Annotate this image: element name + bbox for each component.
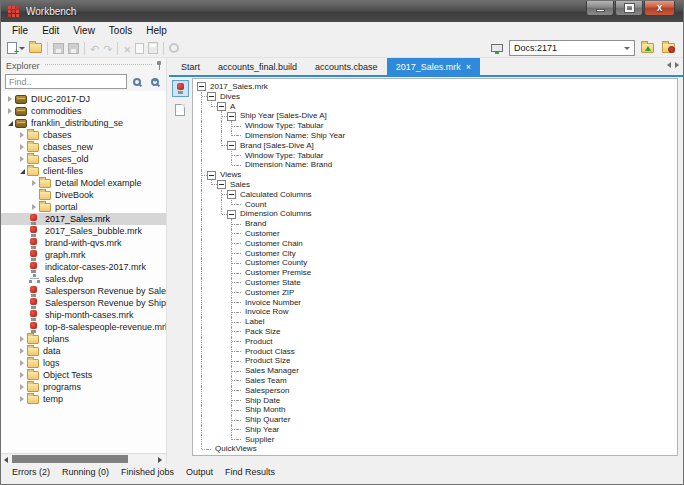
menu-item-edit[interactable]: Edit: [35, 24, 66, 37]
tree-row[interactable]: Customer: [197, 229, 677, 239]
tree-row[interactable]: Brand [Sales-Dive A]: [197, 141, 677, 151]
titlebar[interactable]: Workbench x: [1, 1, 683, 22]
tree-row[interactable]: Salesperson: [197, 386, 677, 396]
status-tab-errors-2-[interactable]: Errors (2): [6, 466, 56, 478]
tree-row[interactable]: Dimension Name: Brand: [197, 160, 677, 170]
tree-row[interactable]: Views: [197, 170, 677, 180]
tree-row[interactable]: Product: [197, 337, 677, 347]
collapse-box-icon[interactable]: [217, 180, 226, 189]
tree-row[interactable]: Dimension Name: Ship Year: [197, 131, 677, 141]
tree-row[interactable]: Dimension Columns: [197, 209, 677, 219]
undo-button[interactable]: [88, 40, 101, 57]
explorer-item[interactable]: client-files: [1, 165, 166, 177]
status-tab-running-0-[interactable]: Running (0): [56, 466, 115, 478]
explorer-item[interactable]: cbases: [1, 129, 166, 141]
expand-collapsed-icon[interactable]: [17, 360, 27, 366]
tree-row[interactable]: Window Type: Tabular: [197, 121, 677, 131]
explorer-item[interactable]: commodities: [1, 105, 166, 117]
explorer-item[interactable]: Object Tests: [1, 369, 166, 381]
tree-row[interactable]: A: [197, 102, 677, 112]
explorer-hscrollbar[interactable]: [1, 453, 166, 464]
tree-row[interactable]: Calculated Columns: [197, 190, 677, 200]
tree-row[interactable]: Customer ZIP: [197, 288, 677, 298]
collapse-box-icon[interactable]: [207, 92, 216, 101]
tab-start[interactable]: Start: [172, 58, 209, 75]
scrollbar-thumb[interactable]: [12, 455, 128, 463]
maximize-button[interactable]: [615, 1, 643, 16]
explorer-item[interactable]: top-8-salespeople-revenue.mrk: [1, 321, 166, 333]
expand-collapsed-icon[interactable]: [5, 108, 15, 114]
explorer-item[interactable]: Salesperson Revenue by Sales Man: [1, 285, 166, 297]
tree-row[interactable]: Dives: [197, 92, 677, 102]
explorer-item[interactable]: Salesperson Revenue by Ship Mon: [1, 297, 166, 309]
refresh-button[interactable]: [167, 40, 181, 57]
minimize-button[interactable]: [586, 1, 614, 16]
save-button[interactable]: [51, 40, 66, 57]
scroll-right-icon[interactable]: [156, 456, 164, 464]
tab-scroll-left-icon[interactable]: [667, 62, 671, 68]
tab-close-icon[interactable]: ×: [466, 62, 471, 72]
explorer-item[interactable]: logs: [1, 357, 166, 369]
search-plus-button[interactable]: [147, 74, 163, 89]
tree-row[interactable]: Product Size: [197, 356, 677, 366]
explorer-item[interactable]: brand-with-qvs.mrk: [1, 237, 166, 249]
tree-row[interactable]: Ship Month: [197, 405, 677, 415]
collapse-box-icon[interactable]: [227, 141, 236, 150]
expand-collapsed-icon[interactable]: [17, 144, 27, 150]
explorer-item[interactable]: Detail Model example: [1, 177, 166, 189]
tree-row[interactable]: Product Class: [197, 347, 677, 357]
explorer-item[interactable]: graph.mrk: [1, 249, 166, 261]
tree-row[interactable]: Count: [197, 200, 677, 210]
status-tab-output[interactable]: Output: [180, 466, 219, 478]
explorer-item[interactable]: DIUC-2017-DJ: [1, 93, 166, 105]
open-folder-button[interactable]: [27, 40, 44, 57]
tree-row[interactable]: Invoice Row: [197, 307, 677, 317]
scroll-left-icon[interactable]: [2, 456, 10, 464]
open-document-button[interactable]: [639, 40, 656, 57]
explorer-item[interactable]: sales.dvp: [1, 273, 166, 285]
expand-collapsed-icon[interactable]: [29, 204, 39, 210]
expand-collapsed-icon[interactable]: [5, 96, 15, 102]
expand-collapsed-icon[interactable]: [17, 156, 27, 162]
expand-collapsed-icon[interactable]: [17, 384, 27, 390]
pin-icon[interactable]: [156, 61, 162, 71]
collapse-box-icon[interactable]: [217, 102, 226, 111]
tree-row[interactable]: Sales Manager: [197, 366, 677, 376]
new-file-button[interactable]: [5, 40, 27, 57]
tree-row[interactable]: Ship Year [Sales-Dive A]: [197, 111, 677, 121]
tree-row[interactable]: Customer Chain: [197, 239, 677, 249]
explorer-item[interactable]: ship-month-cases.mrk: [1, 309, 166, 321]
tree-row[interactable]: Customer County: [197, 258, 677, 268]
explorer-item[interactable]: programs: [1, 381, 166, 393]
tab-scroll-right-icon[interactable]: [675, 62, 679, 68]
tree-row[interactable]: Label: [197, 317, 677, 327]
expand-collapsed-icon[interactable]: [17, 336, 27, 342]
expand-collapsed-icon[interactable]: [17, 348, 27, 354]
explorer-item[interactable]: franklin_distributing_se: [1, 117, 166, 129]
save-all-button[interactable]: [66, 40, 81, 57]
tree-row[interactable]: Customer State: [197, 278, 677, 288]
tab-accounts-cbase[interactable]: accounts.cbase: [306, 58, 387, 75]
tab-2017-sales-mrk[interactable]: 2017_Sales.mrk×: [387, 58, 480, 75]
tree-row[interactable]: Supplier: [197, 435, 677, 445]
server-button[interactable]: [489, 40, 505, 57]
tree-row[interactable]: Ship Quarter: [197, 415, 677, 425]
menu-item-help[interactable]: Help: [139, 24, 174, 37]
expand-expanded-icon[interactable]: [5, 121, 15, 126]
explorer-item[interactable]: indicator-cases-2017.mrk: [1, 261, 166, 273]
expand-collapsed-icon[interactable]: [17, 396, 27, 402]
collapse-box-icon[interactable]: [197, 82, 206, 91]
menu-item-view[interactable]: View: [66, 24, 102, 37]
explorer-item[interactable]: portal: [1, 201, 166, 213]
menu-item-tools[interactable]: Tools: [102, 24, 139, 37]
explorer-item[interactable]: temp: [1, 393, 166, 405]
collapse-box-icon[interactable]: [227, 210, 236, 219]
tab-accounts-final-build[interactable]: accounts_final.build: [209, 58, 306, 75]
explorer-item[interactable]: cplans: [1, 333, 166, 345]
marker-view-button[interactable]: [172, 80, 189, 97]
explorer-item[interactable]: data: [1, 345, 166, 357]
tree-row[interactable]: QuickViews: [197, 444, 677, 454]
collapse-box-icon[interactable]: [227, 112, 236, 121]
expand-collapsed-icon[interactable]: [17, 372, 27, 378]
collapse-box-icon[interactable]: [227, 190, 236, 199]
